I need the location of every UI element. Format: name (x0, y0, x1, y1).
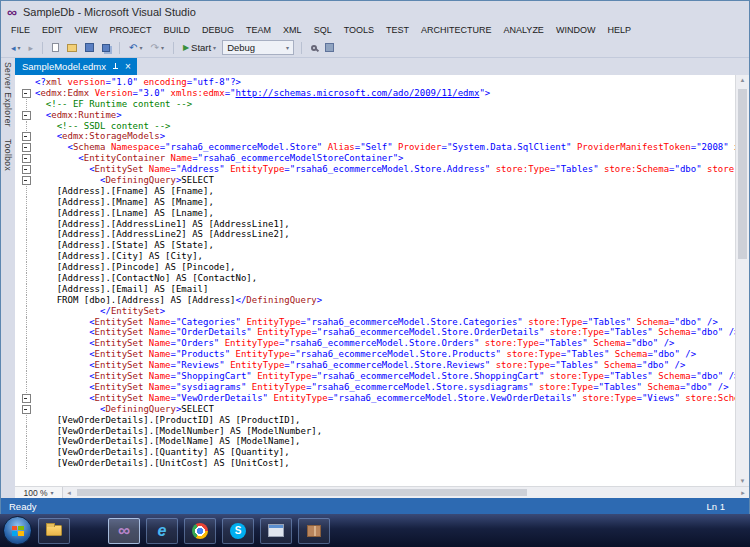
code-token (35, 142, 68, 152)
code-line[interactable]: [Address].[State] AS [State], (17, 240, 735, 251)
taskbar-file-explorer[interactable] (38, 518, 70, 544)
fold-collapse-icon[interactable] (17, 404, 35, 415)
horizontal-scrollbar[interactable]: ◂ ▸ (63, 487, 749, 498)
close-icon[interactable]: × (125, 62, 131, 72)
code-line[interactable]: [VewOrderDetails].[ProductID] AS [Produc… (17, 415, 735, 426)
menu-team[interactable]: TEAM (240, 25, 277, 35)
fold-collapse-icon[interactable] (17, 393, 35, 404)
menu-sql[interactable]: SQL (308, 25, 338, 35)
nav-forward-button[interactable]: ▸ (27, 42, 36, 54)
taskbar-internet-explorer[interactable]: e (146, 518, 178, 544)
menu-project[interactable]: PROJECT (104, 25, 158, 35)
code-line[interactable]: [Address].[AddressLine2] AS [AddressLine… (17, 229, 735, 240)
code-line[interactable]: <edmx:Edmx Version="3.0" xmlns:edmx="htt… (17, 88, 735, 99)
code-line[interactable]: <!-- SSDL content --> (17, 121, 735, 132)
menu-xml[interactable]: XML (277, 25, 308, 35)
side-tab-toolbox[interactable]: Toolbox (3, 139, 13, 171)
code-line[interactable]: </EntitySet> (17, 306, 735, 317)
code-line[interactable]: [Address].[Lname] AS [Lname], (17, 208, 735, 219)
fold-collapse-icon[interactable] (17, 153, 35, 164)
code-line[interactable]: <EntityContainer Name="rsaha6_ecommerceM… (17, 153, 735, 164)
fold-collapse-icon[interactable] (17, 131, 35, 142)
menu-analyze[interactable]: ANALYZE (498, 25, 550, 35)
code-line[interactable]: <EntitySet Name="sysdiagrams" EntityType… (17, 382, 735, 393)
vertical-scrollbar[interactable]: ▲ ▼ (735, 75, 749, 486)
menu-view[interactable]: VIEW (69, 25, 104, 35)
fold-collapse-icon[interactable] (17, 88, 35, 99)
menu-file[interactable]: FILE (5, 25, 36, 35)
code-token: "Address" (176, 164, 225, 174)
code-line[interactable]: [Address].[Mname] AS [Mname], (17, 197, 735, 208)
code-line[interactable]: <EntitySet Name="Categories" EntityType=… (17, 317, 735, 328)
scroll-up-icon[interactable]: ▲ (736, 77, 749, 83)
scroll-down-icon[interactable]: ▼ (736, 478, 749, 484)
scroll-left-icon[interactable]: ◂ (63, 487, 75, 498)
taskbar-package[interactable] (298, 518, 330, 544)
code-token: "Categories" (176, 317, 241, 327)
save-button[interactable] (83, 42, 96, 53)
code-line[interactable]: [Address].[Pincode] AS [Pincode], (17, 262, 735, 273)
title-bar[interactable]: ∞ SampleDb - Microsoft Visual Studio (1, 1, 749, 22)
code-line[interactable]: [VewOrderDetails].[ModelNumber] AS [Mode… (17, 426, 735, 437)
fold-collapse-icon[interactable] (17, 164, 35, 175)
start-button[interactable] (3, 516, 32, 545)
menu-build[interactable]: BUILD (158, 25, 197, 35)
pin-icon[interactable] (112, 63, 119, 71)
code-line[interactable]: <?xml version="1.0" encoding="utf-8"?> (17, 77, 735, 88)
code-line[interactable]: [VewOrderDetails].[Quantity] AS [Quantit… (17, 447, 735, 458)
code-line[interactable]: <Schema Namespace="rsaha6_ecommerceModel… (17, 142, 735, 153)
save-all-button[interactable] (100, 43, 112, 53)
code-line[interactable]: <edmx:Runtime> (17, 110, 735, 121)
fold-collapse-icon[interactable] (17, 142, 35, 153)
code-line[interactable]: FROM [dbo].[Address] AS [Address]</Defin… (17, 295, 735, 306)
taskbar-skype[interactable]: S (222, 518, 254, 544)
fold-collapse-icon[interactable] (17, 110, 35, 121)
fold-collapse-icon[interactable] (17, 175, 35, 186)
taskbar-tool[interactable] (260, 518, 292, 544)
taskbar-chrome[interactable] (184, 518, 216, 544)
vertical-scroll-thumb[interactable] (738, 89, 747, 259)
scroll-right-icon[interactable]: ▸ (737, 487, 749, 498)
code-line[interactable]: <EntitySet Name="OrderDetails" EntityTyp… (17, 327, 735, 338)
code-line[interactable]: <EntitySet Name="VewOrderDetails" Entity… (17, 393, 735, 404)
code-line[interactable]: <EntitySet Name="Address" EntityType="rs… (17, 164, 735, 175)
taskbar-visual-studio[interactable]: ∞ (108, 518, 140, 544)
code-line[interactable]: [Address].[Fname] AS [Fname], (17, 186, 735, 197)
menu-debug[interactable]: DEBUG (196, 25, 240, 35)
code-line[interactable]: <EntitySet Name="Reviews" EntityType="rs… (17, 360, 735, 371)
redo-button[interactable]: ↷▾ (148, 41, 165, 54)
tab-samplemodel-edmx[interactable]: SampleModel.edmx × (15, 58, 137, 75)
code-line[interactable]: [VewOrderDetails].[ModelName] AS [ModelN… (17, 436, 735, 447)
side-tab-server-explorer[interactable]: Server Explorer (3, 62, 13, 127)
code-line[interactable]: <EntitySet Name="Products" EntityType="r… (17, 349, 735, 360)
code-line[interactable]: <!-- EF Runtime content --> (17, 99, 735, 110)
open-file-button[interactable] (65, 43, 79, 53)
menu-test[interactable]: TEST (380, 25, 415, 35)
new-file-button[interactable] (50, 42, 61, 53)
start-debug-button[interactable]: ▶Start▾ (181, 41, 218, 54)
menu-tools[interactable]: TOOLS (338, 25, 380, 35)
nav-backward-button[interactable]: ◂▾ (9, 42, 23, 54)
code-line[interactable]: <DefiningQuery>SELECT (17, 404, 735, 415)
horizontal-scroll-thumb[interactable] (77, 489, 527, 496)
code-token: EntityType (236, 349, 290, 359)
find-button[interactable] (309, 44, 319, 52)
code-area[interactable]: <?xml version="1.0" encoding="utf-8"?><e… (15, 75, 735, 486)
code-line[interactable]: [Address].[Email] AS [Email] (17, 284, 735, 295)
code-line[interactable]: [Address].[ContactNo] AS [ContactNo], (17, 273, 735, 284)
code-line[interactable]: <EntitySet Name="ShoppingCart" EntityTyp… (17, 371, 735, 382)
solution-config-dropdown[interactable]: Debug▾ (222, 40, 294, 55)
options-button[interactable] (323, 42, 336, 53)
menu-edit[interactable]: EDIT (36, 25, 69, 35)
code-line[interactable]: <DefiningQuery>SELECT (17, 175, 735, 186)
code-line[interactable]: <EntitySet Name="Orders" EntityType="rsa… (17, 338, 735, 349)
menu-help[interactable]: HELP (601, 25, 637, 35)
zoom-control[interactable]: 100 % ▾ (15, 487, 63, 498)
code-line[interactable]: [VewOrderDetails].[UnitCost] AS [UnitCos… (17, 458, 735, 469)
code-line[interactable]: <edmx:StorageModels> (17, 131, 735, 142)
undo-button[interactable]: ↶▾ (127, 41, 144, 54)
menu-architecture[interactable]: ARCHITECTURE (415, 25, 498, 35)
code-line[interactable]: [Address].[City] AS [City], (17, 251, 735, 262)
code-line[interactable]: [Address].[AddressLine1] AS [AddressLine… (17, 219, 735, 230)
menu-window[interactable]: WINDOW (550, 25, 602, 35)
